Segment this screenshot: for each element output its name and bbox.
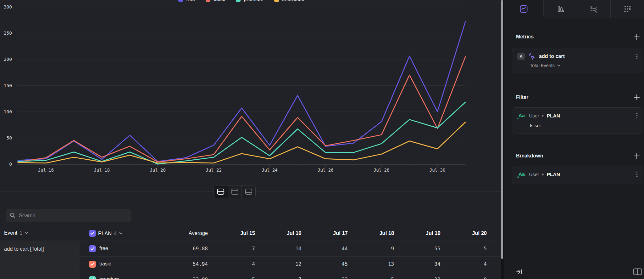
row-value: 23 [342,276,348,279]
filter-property-breadcrumb: User PLAN [529,113,560,119]
x-axis-label: Jul 30 [430,168,446,173]
collapse-arrow-icon [516,269,523,275]
row-label: free [99,246,108,251]
row-value: 9 [391,246,394,252]
tab-bar-chart[interactable] [544,0,577,18]
tab-flow[interactable] [577,0,611,18]
row-value: 5 [252,276,255,279]
date-column-header: Jul 15 [240,230,255,236]
row-value: 34 [434,261,440,267]
filter-card[interactable]: Aa User PLAN Is set [512,107,642,134]
row-checkbox[interactable] [89,261,96,268]
breakdown-title: Breakdown [516,153,543,159]
row-value: 13 [388,261,394,267]
metrics-section-header: Metrics [516,33,640,40]
kebab-icon [636,171,638,177]
filter-section-header: Filter [516,94,640,101]
date-column-header: Jul 16 [287,230,302,236]
row-value: 0 [484,276,487,279]
metric-card[interactable]: A add to cart Total Events [512,48,642,73]
string-property-icon: Aa [517,171,525,178]
line-chart[interactable]: 050100150200250300Jul 16Jul 18Jul 20Jul … [0,0,501,176]
metric-menu-button[interactable] [636,53,638,60]
add-breakdown-button[interactable] [633,152,640,159]
series-line-enterprise [18,122,465,163]
x-axis-label: Jul 24 [262,168,278,173]
search-icon [10,213,15,218]
row-value: 5 [484,246,487,252]
top-panel-view-icon [231,188,239,196]
row-value: 12 [295,261,301,267]
row-label: basic [99,261,111,267]
string-property-icon: Aa [517,113,525,119]
sidebar-footer [504,264,644,279]
check-icon [90,247,95,251]
chevron-down-icon [557,64,561,67]
breakdown-section-header: Breakdown [516,152,640,159]
metric-event-name: add to cart [539,54,565,59]
date-column-header: Jul 20 [472,230,487,236]
main-panel: freebasicpremiumenterprise 0501001502002… [0,0,501,279]
event-click-icon [528,53,536,60]
plan-checkbox[interactable] [89,230,96,237]
row-value: 4 [484,261,487,267]
row-value: 4 [252,261,255,267]
view-split-button[interactable] [214,185,228,198]
analytics-app: freebasicpremiumenterprise 0501001502002… [0,0,644,279]
add-metric-button[interactable] [633,33,640,40]
row-value: 7 [252,246,255,252]
date-column-header: Jul 18 [379,230,394,236]
view-chart-button[interactable] [228,185,242,198]
plus-icon [633,33,640,40]
date-column-header: Jul 19 [426,230,441,236]
metrics-title: Metrics [516,34,534,40]
metric-measure-select[interactable]: Total Events [530,63,638,68]
layout-toggle-group [214,185,256,198]
row-average: 54.94 [193,261,208,267]
query-sidebar: Metrics A add to cart [504,0,644,279]
panel-layout-button[interactable] [633,268,642,275]
add-filter-button[interactable] [633,94,640,101]
line-chart-icon [519,5,528,13]
x-axis-label: Jul 20 [150,168,166,173]
filter-operator[interactable]: Is set [530,123,638,128]
row-checkbox[interactable] [89,245,96,252]
chevron-down-icon [25,232,28,234]
breadcrumb-arrow-icon [542,173,544,176]
kebab-icon [636,113,638,119]
row-average: 33.00 [193,276,208,279]
breakdown-menu-button[interactable] [636,171,638,178]
bottom-panel-view-icon [245,188,253,196]
series-line-free [18,22,465,162]
y-axis-label: 100 [4,109,12,114]
row-checkbox[interactable] [89,276,96,279]
breakdown-card[interactable]: Aa User PLAN [512,166,642,184]
plus-icon [633,152,640,159]
filter-title: Filter [516,94,528,100]
table-header: Event1 PLAN4 Average Jul 15Jul 16Jul 17J… [0,227,501,241]
plan-column-header[interactable]: PLAN4 [89,230,123,237]
tab-more-apps[interactable] [610,0,644,18]
y-axis-label: 0 [9,162,12,167]
row-value: 45 [342,261,348,267]
row-value: 55 [434,246,440,252]
search-box[interactable] [6,209,131,222]
flow-icon [590,5,598,13]
tab-line-chart[interactable] [504,0,543,18]
row-average: 69.88 [193,246,208,252]
view-table-button[interactable] [242,185,255,198]
dots-grid-icon [623,5,632,13]
filter-menu-button[interactable] [636,112,638,119]
scrollbar-thumb[interactable] [501,0,503,259]
table-row-basic[interactable]: basic54.944124513344 [80,257,501,272]
row-value: 7 [298,276,302,279]
search-input[interactable] [19,213,127,219]
collapse-sidebar-button[interactable] [516,269,523,275]
table-row-premium[interactable]: premium33.0057235230 [80,272,501,279]
table-row-free[interactable]: free69.88710449555 [80,241,501,257]
event-total-cell[interactable]: add to cart [Total] [0,241,80,279]
sidebar-tabbar [504,0,644,18]
row-value: 5 [391,276,394,279]
event-column-header[interactable]: Event1 [4,230,28,236]
columns-panel-icon [633,268,642,275]
